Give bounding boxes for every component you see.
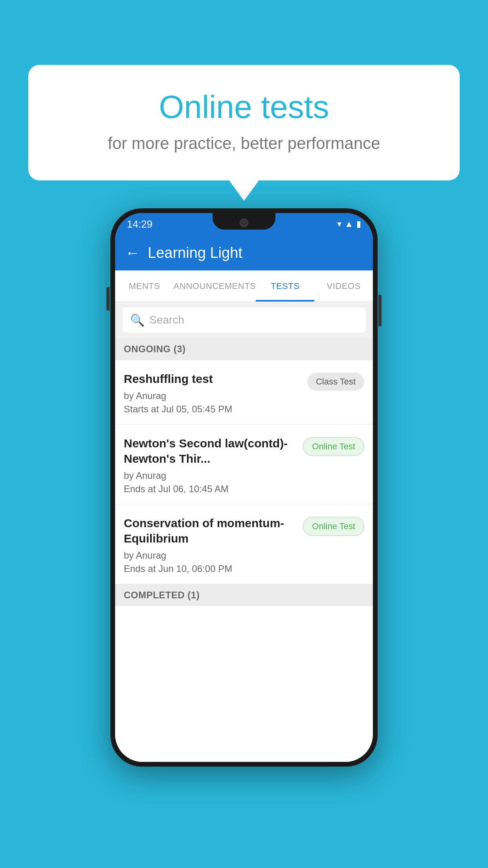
tab-videos[interactable]: VIDEOS (314, 270, 373, 302)
phone-screen: 14:29 ▾ ▲ ▮ ← Learning Light MENTS ANNOU… (115, 213, 373, 762)
test-item-2[interactable]: Newton's Second law(contd)-Newton's Thir… (115, 425, 373, 504)
test-item-1[interactable]: Reshuffling test by Anurag Starts at Jul… (115, 360, 373, 425)
back-button[interactable]: ← (125, 245, 140, 261)
test-name-3: Conservation of momentum-Equilibrium (124, 515, 298, 546)
tab-tests[interactable]: TESTS (256, 270, 314, 302)
app-bar: ← Learning Light (115, 235, 373, 270)
test-by-2: by Anurag (124, 470, 298, 481)
bubble-subtitle: for more practice, better performance (48, 134, 440, 153)
phone-frame: 14:29 ▾ ▲ ▮ ← Learning Light MENTS ANNOU… (110, 208, 378, 767)
volume-button (106, 287, 110, 311)
tab-announcements[interactable]: ANNOUNCEMENTS (174, 270, 256, 302)
test-time-2: Ends at Jul 06, 10:45 AM (124, 484, 298, 495)
status-time: 14:29 (127, 218, 152, 230)
phone-wrapper: 14:29 ▾ ▲ ▮ ← Learning Light MENTS ANNOU… (110, 208, 378, 767)
test-item-3[interactable]: Conservation of momentum-Equilibrium by … (115, 504, 373, 584)
app-title: Learning Light (148, 245, 242, 261)
bubble-title: Online tests (48, 88, 440, 125)
ongoing-section-header: ONGOING (3) (115, 338, 373, 360)
test-info-2: Newton's Second law(contd)-Newton's Thir… (124, 436, 298, 495)
search-container: 🔍 Search (115, 302, 373, 338)
signal-icon: ▲ (345, 219, 353, 229)
battery-icon: ▮ (356, 219, 361, 229)
test-time-3: Ends at Jun 10, 06:00 PM (124, 563, 298, 574)
test-list: Reshuffling test by Anurag Starts at Jul… (115, 360, 373, 762)
status-icons: ▾ ▲ ▮ (337, 219, 361, 229)
test-info-1: Reshuffling test by Anurag Starts at Jul… (124, 371, 303, 415)
test-by-1: by Anurag (124, 390, 303, 401)
speech-bubble: Online tests for more practice, better p… (28, 65, 460, 180)
search-placeholder: Search (149, 314, 184, 326)
phone-notch (213, 213, 275, 230)
test-name-1: Reshuffling test (124, 371, 303, 386)
test-info-3: Conservation of momentum-Equilibrium by … (124, 515, 298, 574)
phone-camera (240, 219, 248, 227)
test-badge-1: Class Test (307, 373, 364, 391)
power-button (378, 295, 382, 326)
tabs-bar: MENTS ANNOUNCEMENTS TESTS VIDEOS (115, 270, 373, 302)
search-icon: 🔍 (130, 313, 145, 327)
search-box[interactable]: 🔍 Search (122, 307, 366, 333)
tab-ments[interactable]: MENTS (115, 270, 174, 302)
test-time-1: Starts at Jul 05, 05:45 PM (124, 404, 303, 415)
test-name-2: Newton's Second law(contd)-Newton's Thir… (124, 436, 298, 466)
test-badge-2: Online Test (303, 437, 364, 456)
wifi-icon: ▾ (337, 219, 341, 229)
test-badge-3: Online Test (303, 517, 364, 536)
test-by-3: by Anurag (124, 550, 298, 561)
completed-section-header: COMPLETED (1) (115, 584, 373, 606)
